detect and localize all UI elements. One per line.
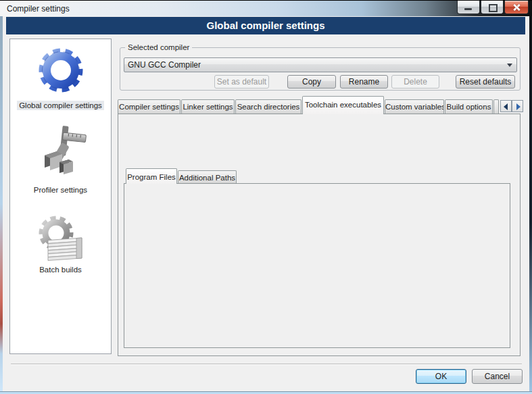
window-controls [457,1,529,14]
minimize-button[interactable] [457,1,480,14]
sidebar-label-profiler[interactable]: Profiler settings [10,185,111,195]
close-button[interactable] [504,1,529,14]
compiler-select-value: GNU GCC Compiler [128,58,503,72]
reset-defaults-button[interactable]: Reset defaults [456,75,515,89]
footer-separator [11,364,522,365]
arrow-left-icon [504,103,508,110]
tab-custom-variables[interactable]: Custom variables [385,99,444,114]
tab-search-directories[interactable]: Search directories [235,99,301,114]
titlebar[interactable]: Compiler settings [0,0,532,16]
delete-button[interactable]: Delete [391,75,439,89]
sidebar-label-global-compiler[interactable]: Global compiler settings [10,101,111,110]
maximize-icon [489,4,498,12]
set-as-default-button[interactable]: Set as default [214,75,269,89]
close-icon [512,3,521,11]
blue-gear-icon [34,43,87,97]
tab-scroll-right-button[interactable] [512,100,523,112]
selected-compiler-legend: Selected compiler [125,43,192,52]
sidebar-item-batch-builds[interactable] [10,212,111,265]
page-title: Global compiler settings [6,17,525,34]
chevron-down-icon [507,64,512,67]
cancel-button[interactable]: Cancel [472,369,523,384]
maximize-button[interactable] [481,1,504,14]
tab-linker-settings[interactable]: Linker settings [181,99,235,114]
settings-sidebar: Global compiler settings [9,39,112,354]
compiler-settings-dialog: Compiler settings Global compiler settin… [0,0,532,394]
minimize-icon [464,8,472,10]
window-title: Compiler settings [7,1,70,17]
sidebar-label-batch-builds[interactable]: Batch builds [10,265,111,274]
gray-gear-papers-icon [33,212,89,263]
ok-button[interactable]: OK [416,369,466,384]
window-frame-right [529,16,532,391]
window-frame-left [0,16,3,391]
arrow-right-icon [516,103,521,110]
tab-compiler-settings[interactable]: Compiler settings [118,99,180,114]
sidebar-item-global-compiler[interactable] [10,43,111,99]
rename-button[interactable]: Rename [340,75,388,89]
copy-button[interactable]: Copy [287,75,336,89]
sidebar-item-profiler[interactable] [10,124,111,184]
tab-program-files[interactable]: Program Files [126,168,177,184]
tab-toolchain-executables[interactable]: Toolchain executables [302,96,384,114]
compiler-select[interactable]: GNU GCC Compiler [124,57,517,72]
tab-additional-paths[interactable]: Additional Paths [178,170,237,183]
tab-build-options[interactable]: Build options [445,99,493,114]
tab-overflow-stub [493,99,499,114]
window-frame-bottom [0,391,532,394]
tab-scroll-left-button[interactable] [500,100,512,112]
caliper-icon [32,124,89,182]
program-files-panel [124,183,510,348]
